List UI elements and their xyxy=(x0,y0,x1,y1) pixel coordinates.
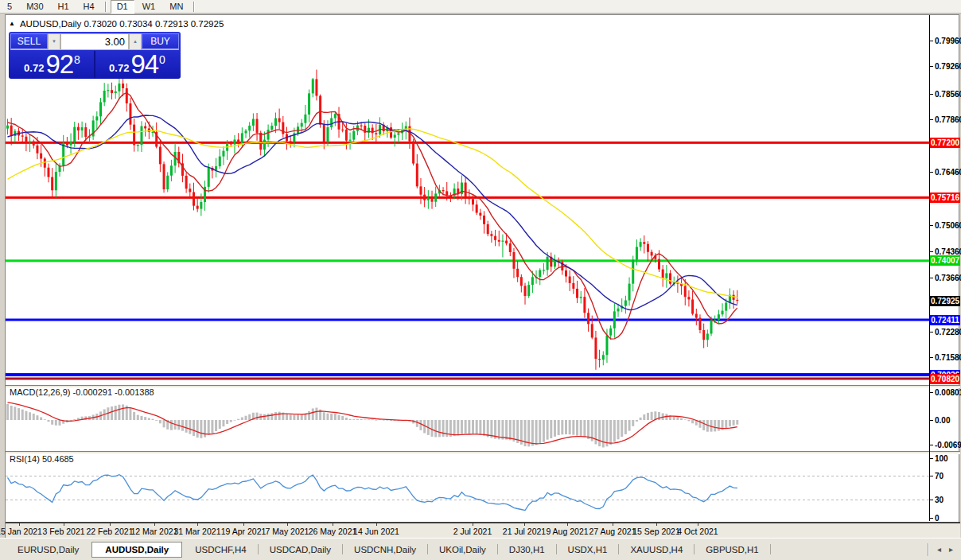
sell-button[interactable]: SELL xyxy=(10,33,48,50)
macd-histogram-bar xyxy=(487,420,489,437)
timeframe-button-mn[interactable]: MN xyxy=(163,0,189,14)
tab-usdchf-h4[interactable]: USDCHF,H4 xyxy=(184,542,258,557)
macd-histogram-bar xyxy=(152,419,154,420)
axis-tick-mark xyxy=(930,278,933,278)
tab-gbpusd-h1[interactable]: GBPUSD,H1 xyxy=(694,542,769,557)
bear-candle xyxy=(256,119,259,132)
bear-candle xyxy=(576,289,578,298)
bear-candle xyxy=(643,242,645,243)
bear-candle xyxy=(520,277,523,286)
buy-price-display[interactable]: 0.72 94 0 xyxy=(95,51,179,78)
macd-histogram-bar xyxy=(416,420,418,427)
tab-dj30-h1[interactable]: DJ30,H1 xyxy=(498,542,556,557)
tab-audusd-daily[interactable]: AUDUSD,Daily xyxy=(91,542,182,558)
bull-candle xyxy=(722,311,724,315)
tab-eurusd-daily[interactable]: EURUSD,Daily xyxy=(6,542,90,557)
sell-price-display[interactable]: 0.72 92 8 xyxy=(10,51,94,78)
bear-candle xyxy=(230,143,232,145)
macd-histogram-bar xyxy=(237,419,239,420)
bull-candle xyxy=(200,202,202,209)
timeframe-button-h1[interactable]: H1 xyxy=(52,0,76,14)
macd-histogram-bar xyxy=(636,420,638,422)
macd-histogram-bar xyxy=(628,420,631,431)
tab-xauusd-h4[interactable]: XAUUSD,H4 xyxy=(619,542,694,557)
volume-increase-icon[interactable]: ▲ xyxy=(129,33,142,50)
tab-usdx-h1[interactable]: USDX,H1 xyxy=(557,542,619,557)
macd-histogram-bar xyxy=(476,420,478,434)
macd-canvas[interactable] xyxy=(6,388,929,451)
bull-candle xyxy=(274,119,277,126)
rsi-canvas[interactable] xyxy=(6,456,929,519)
bear-candle xyxy=(494,236,496,240)
bear-candle xyxy=(133,125,135,146)
level-price-label: 0.72411 xyxy=(930,315,960,325)
pane-divider[interactable] xyxy=(6,451,960,454)
tab-usdcnh-daily[interactable]: USDCNH,Daily xyxy=(343,542,427,557)
tab-usdcad-daily[interactable]: USDCAD,Daily xyxy=(259,542,342,557)
bear-candle xyxy=(319,95,321,124)
macd-histogram-bar xyxy=(624,420,627,434)
chart-tab-bar: EURUSD,Daily AUDUSD,Daily USDCHF,H4 USDC… xyxy=(0,538,961,560)
timeframe-button-w1[interactable]: W1 xyxy=(136,0,162,14)
axis-tick-mark xyxy=(930,392,933,393)
timeframe-button-m5[interactable]: 5 xyxy=(1,0,18,14)
date-label: 14 Jun 2021 xyxy=(353,527,399,536)
price-chart-canvas[interactable] xyxy=(6,29,929,385)
macd-histogram-bar xyxy=(73,419,76,420)
macd-histogram-bar xyxy=(547,420,549,440)
bull-candle xyxy=(706,333,709,340)
macd-histogram-bar xyxy=(18,408,20,420)
tab-scroll-right-icon[interactable]: ▸ xyxy=(949,545,953,554)
volume-input[interactable]: 3.00 xyxy=(60,33,129,50)
macd-histogram-bar xyxy=(583,420,586,438)
macd-histogram-bar xyxy=(349,419,352,420)
rsi-axis-label: 70 xyxy=(935,472,943,480)
tab-scroll-left-icon[interactable]: ◂ xyxy=(937,545,941,554)
macd-histogram-bar xyxy=(308,411,310,420)
bear-candle xyxy=(36,146,38,154)
axis-tick-mark xyxy=(930,332,933,332)
date-label: 12 Mar 2021 xyxy=(131,527,178,536)
bear-candle xyxy=(658,259,660,270)
timeframe-button-h4[interactable]: H4 xyxy=(77,0,101,14)
bear-candle xyxy=(483,216,485,224)
macd-histogram-bar xyxy=(226,420,228,424)
tab-ukoil-daily[interactable]: UKOil,Daily xyxy=(428,542,497,557)
bear-candle xyxy=(512,252,515,269)
bull-candle xyxy=(118,84,120,91)
macd-histogram-bar xyxy=(651,412,653,420)
bull-candle xyxy=(81,127,84,130)
macd-histogram-bar xyxy=(159,420,161,423)
timeframe-button-d1[interactable]: D1 xyxy=(111,0,134,14)
macd-histogram-bar xyxy=(14,406,16,420)
macd-histogram-bar xyxy=(301,414,303,420)
macd-histogram-bar xyxy=(326,414,329,420)
macd-histogram-bar xyxy=(558,420,560,435)
bull-candle xyxy=(248,126,251,130)
volume-decrease-icon[interactable]: ▼ xyxy=(48,33,60,50)
bull-candle xyxy=(270,126,273,130)
bull-candle xyxy=(267,130,270,140)
macd-histogram-bar xyxy=(431,420,434,437)
date-tick-mark xyxy=(19,523,20,526)
bear-candle xyxy=(698,318,701,330)
bear-candle xyxy=(583,297,586,313)
sell-price-big: 92 xyxy=(45,52,73,76)
current-price-label: 0.72925 xyxy=(930,296,960,306)
bull-candle xyxy=(301,123,303,127)
axis-tick-mark xyxy=(930,500,933,500)
date-tick-mark xyxy=(64,523,64,526)
bull-candle xyxy=(725,303,727,311)
macd-histogram-bar xyxy=(290,414,292,420)
macd-histogram-bar xyxy=(472,420,474,434)
macd-histogram-bar xyxy=(594,420,597,444)
macd-values: -0.000291 -0.001388 xyxy=(72,387,154,397)
macd-histogram-bar xyxy=(222,420,224,426)
timeframe-button-m30[interactable]: M30 xyxy=(20,0,49,14)
bear-candle xyxy=(587,313,589,324)
macd-histogram-bar xyxy=(241,418,243,420)
macd-histogram-bar xyxy=(457,420,459,435)
buy-button[interactable]: BUY xyxy=(142,33,179,50)
macd-histogram-bar xyxy=(245,416,247,420)
collapse-triangle-icon[interactable]: ▲ xyxy=(9,20,15,27)
